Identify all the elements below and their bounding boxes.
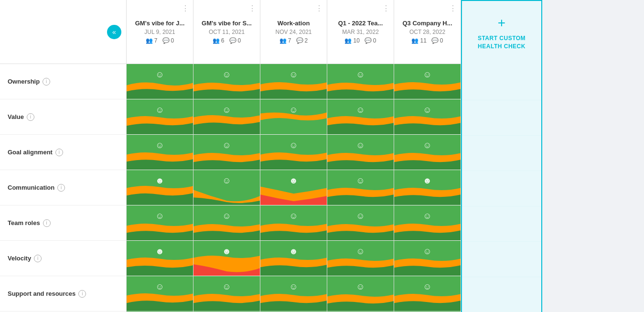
dots-menu-1[interactable]: ⋮ (182, 4, 189, 13)
session-header-5[interactable]: ⋮ Q3 Company H... OCT 28, 2022 👥 11 💬 0 (394, 0, 461, 64)
cell-s3-velocity[interactable]: ☻ (260, 241, 327, 276)
cell-s4-ownership[interactable]: ☺ (327, 64, 394, 99)
session-date-3: NOV 24, 2021 (275, 29, 311, 35)
cell-s1-velocity[interactable]: ☻ (127, 241, 193, 276)
cell-s3-value[interactable]: ☺ (260, 99, 327, 135)
label-text: Ownership (8, 78, 40, 85)
session-meta-2: 👥 6 💬 0 (213, 37, 241, 44)
session-title-2[interactable]: GM's vibe for S... (202, 20, 252, 27)
start-health-check-button[interactable]: + START CUSTOM HEALTH CHECK (462, 1, 541, 65)
cell-s1-value[interactable]: ☺ (127, 99, 193, 135)
smiley-s3-comm: ☻ (289, 176, 298, 186)
session-title-4[interactable]: Q1 - 2022 Tea... (338, 20, 383, 27)
cell-s2-velocity[interactable]: ☻ (193, 241, 260, 276)
start-cell-1 (462, 65, 541, 100)
cell-s3-goal[interactable]: ☺ (260, 135, 327, 170)
smiley-s5-comm: ☻ (423, 176, 432, 186)
label-text: Goal alignment (8, 149, 53, 156)
smiley-s2-comm: ☺ (222, 176, 231, 186)
main-container: « Ownership i Value i Goal alignment i C… (0, 0, 644, 312)
smiley-s3-velocity: ☻ (289, 247, 298, 257)
comments-count-5: 💬 0 (431, 37, 443, 44)
cell-s4-goal[interactable]: ☺ (327, 135, 394, 170)
smiley-s2-goal: ☺ (222, 140, 231, 151)
smiley-s2-value: ☺ (222, 105, 231, 115)
people-count-5: 👥 11 (411, 37, 426, 44)
cell-s5-goal[interactable]: ☺ (394, 135, 461, 170)
row-label-ownership: Ownership i (0, 64, 126, 99)
cell-s4-value[interactable]: ☺ (327, 99, 394, 135)
cell-s1-comm[interactable]: ☻ (127, 170, 193, 205)
row-label-communication: Communication i (0, 170, 126, 205)
cell-s2-comm[interactable]: ☺ (193, 170, 260, 205)
cell-s2-value[interactable]: ☺ (193, 99, 260, 135)
back-icon: « (112, 28, 116, 36)
info-icon-comm[interactable]: i (57, 184, 65, 192)
cell-s3-team-roles[interactable]: ☺ (260, 205, 327, 241)
session-title-5[interactable]: Q3 Company H... (402, 20, 452, 27)
start-label: START CUSTOM HEALTH CHECK (478, 34, 526, 51)
session-col-1: ⋮ GM's vibe for J... JUL 9, 2021 👥 7 💬 0 (127, 0, 193, 312)
cell-s2-goal[interactable]: ☺ (193, 135, 260, 170)
dots-menu-4[interactable]: ⋮ (382, 4, 390, 13)
session-header-1[interactable]: ⋮ GM's vibe for J... JUL 9, 2021 👥 7 💬 0 (127, 0, 193, 64)
session-col-4: ⋮ Q1 - 2022 Tea... MAR 31, 2022 👥 10 💬 0… (327, 0, 394, 312)
cell-s3-comm[interactable]: ☻ (260, 170, 327, 205)
session-title-1[interactable]: GM's vibe for J... (135, 20, 185, 27)
info-icon-goal[interactable]: i (55, 149, 63, 156)
info-icon-team-roles[interactable]: i (43, 219, 51, 227)
cell-s5-team-roles[interactable]: ☺ (394, 205, 461, 241)
cell-s5-ownership[interactable]: ☺ (394, 64, 461, 99)
cell-s2-support[interactable]: ☺ (193, 276, 260, 312)
cell-s4-team-roles[interactable]: ☺ (327, 205, 394, 241)
info-icon-value[interactable]: i (27, 113, 34, 121)
smiley-s3-goal: ☺ (289, 140, 298, 151)
smiley-s2-ownership: ☺ (222, 70, 231, 80)
smiley-s3-value: ☺ (289, 105, 298, 115)
sessions-area: ⋮ GM's vibe for J... JUL 9, 2021 👥 7 💬 0 (127, 0, 644, 312)
row-label-velocity: Velocity i (0, 241, 126, 276)
dots-menu-3[interactable]: ⋮ (315, 4, 323, 13)
row-label-team-roles: Team roles i (0, 205, 126, 241)
cell-s5-comm[interactable]: ☻ (394, 170, 461, 205)
people-count-2: 👥 6 (213, 37, 225, 44)
label-text: Communication (8, 184, 54, 191)
cell-s1-goal[interactable]: ☺ (127, 135, 193, 170)
comments-count-1: 💬 0 (162, 37, 174, 44)
cell-s1-ownership[interactable]: ☺ (127, 64, 193, 99)
dots-menu-5[interactable]: ⋮ (449, 4, 457, 13)
dots-menu-2[interactable]: ⋮ (248, 4, 256, 13)
back-button[interactable]: « (107, 25, 121, 39)
smiley-s5-velocity: ☺ (423, 247, 431, 257)
session-header-3[interactable]: ⋮ Work-ation NOV 24, 2021 👥 7 💬 2 (260, 0, 327, 64)
info-icon-ownership[interactable]: i (43, 78, 50, 86)
cell-s1-team-roles[interactable]: ☺ (127, 205, 193, 241)
cell-s5-velocity[interactable]: ☺ (394, 241, 461, 276)
header-left: « (0, 0, 126, 64)
cell-s5-support[interactable]: ☺ (394, 276, 461, 312)
cell-s3-ownership[interactable]: ☺ (260, 64, 327, 99)
smiley-s5-ownership: ☺ (423, 70, 431, 80)
cell-s4-comm[interactable]: ☺ (327, 170, 394, 205)
session-date-5: OCT 28, 2022 (409, 29, 445, 35)
comments-count-4: 💬 0 (365, 37, 376, 44)
session-meta-5: 👥 11 💬 0 (411, 37, 443, 44)
session-meta-3: 👥 7 💬 2 (279, 37, 308, 44)
cell-s4-support[interactable]: ☺ (327, 276, 394, 312)
labels-column: « Ownership i Value i Goal alignment i C… (0, 0, 127, 312)
smiley-s4-goal: ☺ (356, 140, 365, 151)
cell-s4-velocity[interactable]: ☺ (327, 241, 394, 276)
info-icon-support[interactable]: i (78, 290, 86, 298)
smiley-s2-support: ☺ (222, 282, 231, 292)
cell-s3-support[interactable]: ☺ (260, 276, 327, 312)
session-header-4[interactable]: ⋮ Q1 - 2022 Tea... MAR 31, 2022 👥 10 💬 0 (327, 0, 394, 64)
session-title-3[interactable]: Work-ation (278, 20, 310, 27)
cell-s2-ownership[interactable]: ☺ (193, 64, 260, 99)
smiley-s1-team-roles: ☺ (155, 211, 164, 221)
cell-s2-team-roles[interactable]: ☺ (193, 205, 260, 241)
cell-s5-value[interactable]: ☺ (394, 99, 461, 135)
info-icon-velocity[interactable]: i (34, 255, 42, 262)
cell-s1-support[interactable]: ☺ (127, 276, 193, 312)
people-count-3: 👥 7 (279, 37, 291, 44)
session-header-2[interactable]: ⋮ GM's vibe for S... OCT 11, 2021 👥 6 💬 … (193, 0, 260, 64)
